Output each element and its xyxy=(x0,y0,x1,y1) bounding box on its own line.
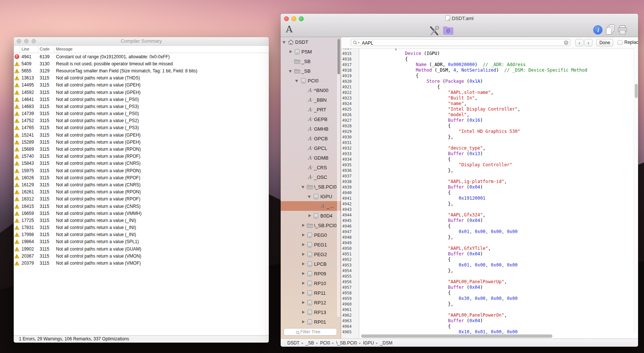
table-row[interactable]: !144953115Not all control paths return a… xyxy=(14,82,269,89)
table-row[interactable]: !54093130Result is not used, possible op… xyxy=(14,60,269,67)
code-line[interactable]: 4926 "model", xyxy=(341,112,638,118)
code-line[interactable]: 4957 Buffer (0x04) xyxy=(341,285,638,290)
close-button[interactable] xyxy=(17,39,21,43)
tree-item[interactable]: RP11 xyxy=(281,288,341,298)
tree-item[interactable]: A_… xyxy=(281,201,341,211)
code-line[interactable]: 4946 { xyxy=(341,223,638,229)
tree-item[interactable]: PSM xyxy=(281,47,341,56)
code-line[interactable]: 4949 xyxy=(341,240,638,246)
code-line[interactable]: 4939 Buffer (0x04) xyxy=(341,184,638,190)
window-titlebar[interactable]: Compiler Summary xyxy=(14,37,269,46)
table-row[interactable]: !160263115Not all control paths return a… xyxy=(14,174,269,181)
code-line[interactable]: 4947 0x01, 0x00, 0x00, 0x00 xyxy=(341,229,638,235)
code-line[interactable]: 4965 0x10, 0x01, 0x00, 0x00 xyxy=(341,329,638,335)
sidebar-scrollbar[interactable] xyxy=(337,39,340,317)
code-line[interactable]: 4960 }, xyxy=(341,301,638,307)
document-proxy-icon[interactable] xyxy=(445,15,450,21)
code-line[interactable]: 4962 "AAPL00,PanelPowerOn", xyxy=(341,313,638,318)
disclosure-triangle[interactable] xyxy=(307,192,312,201)
tree-item[interactable]: A_PRT xyxy=(281,105,341,114)
code-line[interactable]: 4918 Method (_DSM, 4, NotSerialized) // … xyxy=(341,68,638,73)
code-line[interactable]: 4920 Store (Package (0x1A) xyxy=(341,79,638,84)
code-line[interactable]: 4958 { xyxy=(341,290,638,296)
code-line[interactable]: 4932 "device_type", xyxy=(341,146,638,151)
code-line[interactable]: 4928 { xyxy=(341,123,638,129)
close-button[interactable] xyxy=(284,16,289,21)
disclosure-triangle[interactable] xyxy=(288,66,293,76)
tree-item[interactable]: PCI0 xyxy=(281,76,341,85)
breadcrumb-item[interactable]: IGPU xyxy=(363,340,374,346)
code-line[interactable]: 4952 { xyxy=(341,257,638,262)
disclosure-triangle[interactable] xyxy=(301,249,306,259)
tree-item[interactable]: PEG0 xyxy=(281,230,341,240)
info-icon[interactable]: i xyxy=(593,25,602,35)
table-row[interactable]: !199023115Not all control paths return a… xyxy=(14,245,269,252)
disclosure-triangle[interactable] xyxy=(301,182,306,192)
table-row[interactable]: !147393115Not all control paths return a… xyxy=(14,110,269,117)
table-row[interactable]: !164153115Not all control paths return a… xyxy=(14,203,269,210)
tree-item[interactable]: A_CRS xyxy=(281,163,341,172)
tree-item[interactable]: \_SB.PCI0 xyxy=(281,182,341,192)
table-row[interactable]: !203793115Not all control paths return a… xyxy=(14,259,269,267)
code-line[interactable]: 4938 "AAPL,ig-platform-id", xyxy=(341,179,638,184)
table-row[interactable]: !179983115Not all control paths return a… xyxy=(14,231,269,238)
table-row[interactable]: !147653115Not all control paths return a… xyxy=(14,124,269,131)
copy-icon[interactable] xyxy=(605,24,615,36)
column-header-severity[interactable] xyxy=(14,46,20,53)
minimize-button[interactable] xyxy=(291,16,296,21)
code-line[interactable]: 4916 { xyxy=(341,56,638,62)
disclosure-triangle[interactable] xyxy=(288,47,293,56)
zoom-button[interactable] xyxy=(299,16,304,21)
tree-item[interactable]: RP09 xyxy=(281,269,341,278)
code-line[interactable]: 4917 Name (_ADR, 0x00020000) // _ADR: Ad… xyxy=(341,62,638,68)
table-row[interactable]: !166593115Not all control paths return a… xyxy=(14,210,269,217)
table-row[interactable]: !161293115Not all control paths return a… xyxy=(14,181,269,188)
tree-item[interactable]: A_BBN xyxy=(281,95,341,105)
tree-item[interactable]: RP12 xyxy=(281,298,341,307)
done-button[interactable]: Done xyxy=(596,39,613,46)
breadcrumb-item[interactable]: \_SB.PCI0 xyxy=(336,340,357,346)
breadcrumb-item[interactable]: _SB xyxy=(306,340,314,346)
find-previous-button[interactable]: ‹ xyxy=(575,39,584,46)
tree-item[interactable]: A^BN00 xyxy=(281,85,341,95)
tree-item[interactable]: AGMHB xyxy=(281,124,341,134)
print-icon[interactable] xyxy=(617,25,628,36)
code-line[interactable]: 4956 "AAPL00,PanelPowerUp", xyxy=(341,279,638,285)
tree-item[interactable]: DSDT xyxy=(281,37,341,47)
table-row[interactable]: !198643115Not all control paths return a… xyxy=(14,238,269,245)
disclosure-triangle[interactable] xyxy=(301,317,306,327)
table-row[interactable]: !156893115Not all control paths return a… xyxy=(14,146,269,153)
disclosure-triangle[interactable] xyxy=(301,240,306,249)
tree-item[interactable]: AGPCL xyxy=(281,143,341,153)
breadcrumb-item[interactable]: _DSM xyxy=(380,340,392,346)
code-line[interactable]: 4923 "Built In", xyxy=(341,95,638,101)
table-row[interactable]: !146833115Not all control paths return a… xyxy=(14,103,269,110)
disclosure-triangle[interactable] xyxy=(301,298,306,307)
code-line[interactable]: 4963 Buffer (0x04) xyxy=(341,318,638,324)
table-row[interactable]: !157403115Not all control paths return a… xyxy=(14,153,269,160)
disclosure-triangle[interactable] xyxy=(301,220,306,230)
code-line[interactable]: 4924 "name", xyxy=(341,101,638,107)
code-lines[interactable]: 4914 {4915 Device (IGPU)4916 {4917 Name … xyxy=(341,48,638,335)
table-row[interactable]: !203673115Not all control paths return a… xyxy=(14,252,269,259)
tree-item[interactable]: RP13 xyxy=(281,307,341,317)
code-line[interactable]: 4961 xyxy=(341,307,638,313)
search-field[interactable]: ✕ xyxy=(351,39,570,46)
tree-item[interactable]: _SB xyxy=(281,56,341,66)
code-line[interactable]: 4943 xyxy=(341,207,638,212)
table-row[interactable]: !152413115Not all control paths return a… xyxy=(14,131,269,138)
code-line[interactable]: 4941 0x19120001 xyxy=(341,196,638,201)
zoom-button[interactable] xyxy=(32,39,36,43)
tree-item[interactable]: RP01 xyxy=(281,317,341,327)
code-line[interactable]: 4953 0x01, 0x00, 0x00, 0x00 xyxy=(341,262,638,268)
filter-tree-input[interactable] xyxy=(284,328,337,336)
disclosure-triangle[interactable] xyxy=(301,288,306,298)
column-header-message[interactable]: Message xyxy=(55,46,269,53)
code-line[interactable]: 4925 "Intel Display Controller", xyxy=(341,107,638,112)
code-line[interactable]: 4937 xyxy=(341,173,638,179)
tree-item[interactable]: IGPU xyxy=(281,192,341,201)
window-titlebar[interactable]: DSDT.aml A i xyxy=(281,14,638,37)
code-line[interactable]: 4914 { xyxy=(341,48,638,51)
disclosure-triangle[interactable] xyxy=(295,76,300,85)
table-row[interactable]: !177253115Not all control paths return a… xyxy=(14,217,269,224)
